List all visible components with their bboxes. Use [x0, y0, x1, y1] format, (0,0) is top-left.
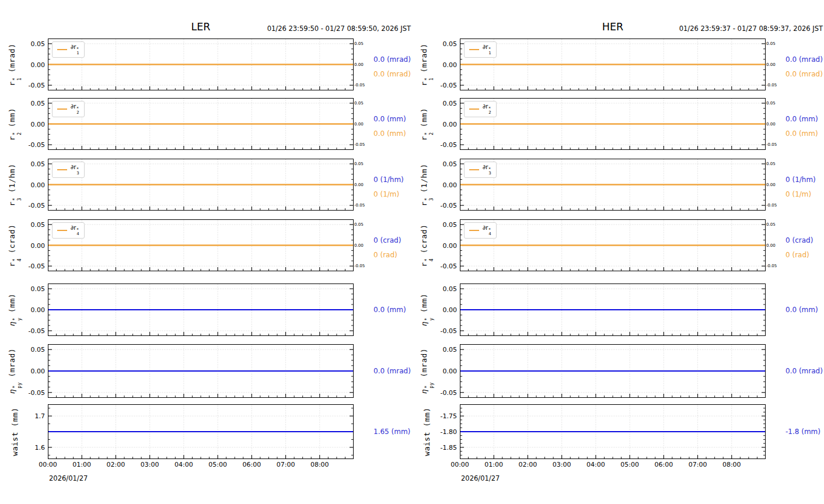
- value-readout: 0.0 (mrad): [373, 55, 411, 64]
- x-date-cell: 2026/01/27: [460, 470, 766, 485]
- right-margin-r4: 0.050.00-0.050 (crad)0 (rad): [766, 219, 824, 271]
- legend-box: ∂r*2: [52, 101, 85, 117]
- y-tick-label: 0.00: [443, 368, 458, 375]
- x-date-row: 2026/01/27: [419, 470, 824, 485]
- x-tick-label: 02:00: [519, 461, 537, 468]
- y-tick-labels: 0.050.00-0.05: [22, 344, 48, 398]
- legend-line-swatch: [469, 230, 479, 231]
- value-readout: 0 (crad): [373, 236, 401, 244]
- plot-row-eta_y: η*y (mm)0.050.00-0.050.0 (mm): [419, 284, 824, 336]
- y-axis-label: r*4 (crad): [420, 224, 434, 267]
- legend-line-swatch: [57, 230, 67, 231]
- legend-line-swatch: [57, 49, 67, 50]
- y-tick-labels: 0.050.00-0.05: [22, 219, 48, 271]
- plot-waist-canvas: [460, 404, 766, 459]
- y-tick-labels: 0.050.00-0.05: [434, 98, 460, 150]
- value-readout: 1.65 (mm): [373, 428, 410, 436]
- y-tick-label: 0.00: [31, 120, 46, 128]
- right-margin-eta_y: 0.0 (mm): [354, 284, 412, 336]
- plot-eta_y-canvas: [460, 284, 766, 336]
- legend-label: ∂r*1: [71, 44, 79, 55]
- plot-area-r3: ∂r*3: [460, 159, 766, 211]
- y-tick-label: 0.00: [443, 181, 458, 188]
- right-tick-label: 0.00: [766, 122, 776, 127]
- y-tick-label: 1.7: [35, 412, 46, 420]
- optics-monitor-page: LER 01/26 23:59:50 - 01/27 08:59:50, 202…: [0, 0, 824, 485]
- right-tick-label: 0.00: [354, 183, 364, 187]
- plot-area-r3: ∂r*3: [48, 159, 354, 211]
- right-tick-label: -0.05: [354, 203, 365, 208]
- plot-area-r4: ∂r*4: [460, 219, 766, 271]
- value-readout: 0.0 (mm): [785, 130, 818, 138]
- plot-row-waist: waist (mm)-1.75-1.80-1.85-1.8 (mm): [419, 404, 824, 459]
- y-axis-label-cell: r*4 (crad): [7, 219, 22, 271]
- plot-area-r1: ∂r*1: [48, 38, 354, 90]
- y-axis-label: r*4 (crad): [8, 224, 22, 267]
- x-tick-label: 03:00: [553, 461, 571, 468]
- plot-eta_y-canvas: [48, 284, 354, 336]
- plot-r1-canvas: [460, 38, 766, 90]
- x-tick-label: 07:00: [277, 461, 295, 468]
- y-tick-label: -1.80: [441, 428, 457, 436]
- y-tick-label: -0.05: [29, 141, 45, 149]
- x-tick-label: 04:00: [586, 461, 605, 468]
- x-axis-row: 00:0001:0002:0003:0004:0005:0006:0007:00…: [419, 459, 824, 470]
- legend-label: ∂r*3: [71, 164, 79, 176]
- value-readout: 0.0 (mm): [785, 115, 818, 123]
- right-tick-label: 0.00: [354, 122, 364, 127]
- plot-area-eta_y: [48, 284, 354, 336]
- x-tick-label: 06:00: [242, 461, 261, 468]
- right-tick-label: 0.05: [354, 101, 364, 106]
- x-date-cell: 2026/01/27: [48, 470, 354, 485]
- value-readout: 0.0 (mm): [373, 306, 406, 314]
- y-tick-labels: 0.050.00-0.05: [434, 38, 460, 90]
- x-tick-label: 05:00: [208, 461, 227, 468]
- right-margin-r3: 0.050.00-0.050 (1/hm)0 (1/m): [766, 159, 824, 211]
- x-tick-label: 07:00: [689, 461, 707, 468]
- y-axis-label-cell: r*2 (mm): [7, 98, 22, 150]
- plots-container-ler: r*1 (mrad)0.050.00-0.05∂r*10.050.00-0.05…: [7, 38, 412, 485]
- y-axis-label-cell: η*y (mm): [7, 284, 22, 336]
- right-tick-label: 0.05: [354, 41, 364, 46]
- x-spacer: [419, 470, 434, 485]
- panel-ler: LER 01/26 23:59:50 - 01/27 08:59:50, 202…: [0, 2, 412, 485]
- y-tick-labels: -1.75-1.80-1.85: [434, 404, 460, 459]
- y-tick-label: 0.05: [31, 40, 46, 47]
- y-tick-label: -0.05: [441, 82, 457, 89]
- x-tick-label: 01:00: [72, 461, 91, 468]
- x-axis-date-label: 2026/01/27: [49, 474, 88, 482]
- right-tick-label: 0.05: [354, 162, 364, 166]
- right-tick-label: 0.05: [766, 162, 776, 166]
- plot-r1-canvas: [48, 38, 354, 90]
- y-tick-labels: 1.71.6: [22, 404, 48, 459]
- legend-line-swatch: [469, 108, 479, 110]
- value-readout: 0.0 (mrad): [373, 367, 411, 375]
- plot-row-r3: r*3 (1/hm)0.050.00-0.05∂r*30.050.00-0.05…: [419, 159, 824, 211]
- plot-area-eta_y: [460, 284, 766, 336]
- y-tick-labels: 0.050.00-0.05: [22, 98, 48, 150]
- y-axis-label: η*y (mm): [420, 293, 434, 326]
- value-readout: 0.0 (mrad): [785, 55, 823, 64]
- y-axis-label: r*3 (1/hm): [420, 163, 434, 206]
- value-readout: 0 (1/m): [373, 190, 399, 198]
- panel-title: HER: [602, 21, 623, 33]
- legend-label: ∂r*2: [71, 103, 79, 115]
- y-axis-label-cell: r*2 (mm): [419, 98, 434, 150]
- x-tick-label: 08:00: [722, 461, 741, 468]
- y-tick-label: -1.85: [441, 443, 457, 451]
- value-readout: 0 (rad): [785, 251, 809, 259]
- x-tick-label: 08:00: [310, 461, 329, 468]
- time-range-label: 01/26 23:59:37 - 01/27 08:59:37, 2026 JS…: [679, 24, 823, 33]
- legend-box: ∂r*4: [464, 222, 497, 239]
- x-tick-label: 06:00: [654, 461, 673, 468]
- y-tick-labels: 0.050.00-0.05: [434, 344, 460, 398]
- y-axis-label-cell: η*py (mrad): [7, 344, 22, 398]
- right-tick-label: 0.05: [354, 222, 364, 227]
- y-tick-label: 0.00: [443, 61, 458, 68]
- x-tick-label: 05:00: [620, 461, 639, 468]
- right-tick-label: 0.05: [766, 222, 776, 227]
- legend-line-swatch: [469, 49, 479, 50]
- value-readout: 0.0 (mrad): [785, 367, 823, 375]
- plot-row-eta_py: η*py (mrad)0.050.00-0.050.0 (mrad): [419, 344, 824, 398]
- legend-box: ∂r*4: [52, 222, 85, 239]
